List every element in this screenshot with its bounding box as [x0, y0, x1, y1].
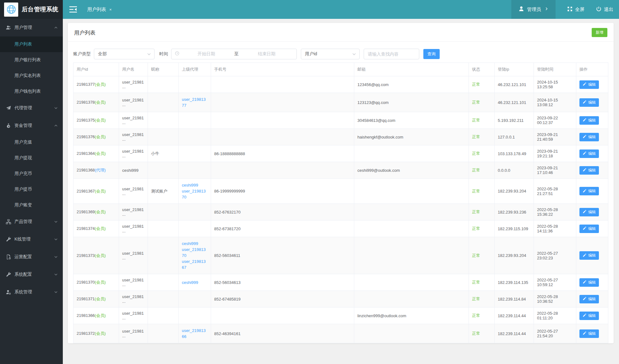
status-badge: 正常: [472, 189, 480, 193]
edit-button[interactable]: 编辑: [579, 208, 599, 216]
chevron-up-icon: [54, 26, 58, 30]
sidebar-item[interactable]: 运营配置: [0, 248, 63, 266]
user-type-tag: (会员): [95, 118, 106, 122]
cell-actions: 编辑: [576, 274, 608, 291]
cell-nickname: [148, 324, 179, 343]
date-range-input[interactable]: 开始日期 至 结束日期: [171, 49, 297, 59]
sidebar-subitem[interactable]: 用户提现: [0, 150, 63, 166]
add-button[interactable]: 新增: [592, 28, 607, 37]
edit-button-label: 编辑: [588, 209, 596, 215]
fullscreen-button[interactable]: 全屏: [567, 6, 584, 13]
edit-button[interactable]: 编辑: [579, 329, 599, 338]
collapse-menu-icon[interactable]: [69, 6, 77, 13]
cell-email: [354, 237, 469, 274]
cell-login-ip: 0.0.0.0: [495, 162, 534, 179]
edit-button[interactable]: 编辑: [579, 116, 599, 125]
table-row: 21981374(会员)user_21981...852-67381720正常1…: [73, 220, 608, 237]
sidebar-item[interactable]: 系统配置: [0, 266, 63, 283]
start-date-placeholder[interactable]: 开始日期: [180, 51, 233, 57]
status-badge: 正常: [472, 209, 480, 214]
cell-nickname: [148, 93, 179, 112]
cell-nickname: 测试账户: [148, 179, 179, 204]
cell-username: user_21981...: [119, 291, 148, 307]
column-header: 手机号: [211, 63, 354, 76]
edit-button[interactable]: 编辑: [579, 98, 599, 107]
edit-button[interactable]: 编辑: [579, 133, 599, 141]
cell-phone: [211, 129, 354, 145]
edit-button[interactable]: 编辑: [579, 225, 599, 233]
user-list-card: 用户列表 新增 账户类型 全部 时间: [68, 23, 614, 343]
edit-button[interactable]: 编辑: [579, 251, 599, 260]
sidebar-subitem-label: 用户充值: [14, 139, 32, 145]
end-date-placeholder[interactable]: 结束日期: [240, 51, 293, 57]
cell-nickname: [148, 274, 179, 291]
edit-button[interactable]: 编辑: [579, 166, 599, 175]
edit-button[interactable]: 编辑: [579, 295, 599, 303]
search-input[interactable]: [364, 49, 419, 59]
edit-button[interactable]: 编辑: [579, 312, 599, 320]
chevron-down-icon: [54, 290, 58, 294]
sidebar-item[interactable]: 资金管理: [0, 117, 63, 134]
edit-button[interactable]: 编辑: [579, 187, 599, 195]
status-badge: 正常: [472, 100, 480, 105]
pencil-icon: [583, 331, 588, 336]
sidebar-subitem[interactable]: 用户钱包列表: [0, 84, 63, 99]
table-row: 21981377(会员)user_21981...123456@qq.com正常…: [73, 76, 608, 93]
cell-user-id: 21981367(会员): [73, 179, 119, 204]
edit-button-label: 编辑: [588, 313, 596, 318]
agent-link[interactable]: ceshi999: [182, 182, 208, 188]
sidebar-subitem[interactable]: 用户账变: [0, 197, 63, 213]
sidebar-subitem[interactable]: 用户银行列表: [0, 52, 63, 68]
chevron-down-icon: [54, 273, 58, 276]
agent-link[interactable]: user_21981367: [182, 258, 208, 270]
sidebar-subitem-label: 用户列表: [14, 41, 32, 47]
sidebar-subitem[interactable]: 用户列表: [0, 36, 63, 52]
cell-status: 正常: [469, 129, 495, 145]
user-type-tag: (会员): [95, 280, 106, 285]
cell-login-ip: 182.239.93.236: [495, 204, 534, 220]
cell-login-time: 2022-05-28 15:36:22: [534, 204, 576, 220]
agent-link[interactable]: user_21981370: [182, 188, 208, 200]
sidebar-item[interactable]: K线管理: [0, 231, 63, 248]
page-title: 用户列表: [74, 30, 95, 36]
search-field-select[interactable]: 用户id: [301, 49, 360, 59]
chevron-down-icon: [54, 255, 58, 259]
status-badge: 正常: [472, 253, 480, 258]
sidebar-item[interactable]: 用户管理: [0, 19, 63, 36]
tab-user-list[interactable]: 用户列表 ×: [87, 7, 112, 13]
sidebar-subitem[interactable]: 用户实名列表: [0, 68, 63, 84]
cell-login-time: 2023-09-21 17:10:46: [534, 162, 576, 179]
sidebar-item[interactable]: 产品管理: [0, 213, 63, 231]
edit-button[interactable]: 编辑: [579, 80, 599, 89]
edit-button[interactable]: 编辑: [579, 278, 599, 287]
agent-link[interactable]: ceshi999: [182, 241, 208, 247]
sidebar-item[interactable]: 代理管理: [0, 99, 63, 117]
cell-phone: [211, 162, 354, 179]
edit-button[interactable]: 编辑: [579, 149, 599, 158]
user-type-tag: (会员): [95, 82, 106, 87]
tab-close-icon[interactable]: ×: [109, 7, 112, 12]
cell-nickname: [148, 220, 179, 237]
sidebar-item[interactable]: 系统管理: [0, 283, 63, 301]
logout-button[interactable]: 退出: [596, 6, 613, 13]
sidebar-subitem[interactable]: 用户充币: [0, 166, 63, 182]
cell-actions: 编辑: [576, 237, 608, 274]
agent-link[interactable]: ceshi999: [182, 280, 208, 285]
agent-link[interactable]: user_21981370: [182, 247, 208, 258]
account-type-select[interactable]: 全部: [94, 49, 155, 59]
cell-parent-agents: [179, 162, 211, 179]
pencil-icon: [583, 253, 588, 258]
admin-menu[interactable]: 管理员: [511, 0, 556, 19]
cell-phone: [211, 307, 354, 324]
sidebar-subitem[interactable]: 用户提币: [0, 182, 63, 197]
sidebar-subitem[interactable]: 用户充值: [0, 134, 63, 150]
cell-email: linzichen999@outlook.com: [354, 307, 469, 324]
column-header: 状态: [469, 63, 495, 76]
query-button[interactable]: 查询: [423, 49, 440, 59]
agent-link[interactable]: user_21981366: [182, 328, 208, 340]
paper-plane-icon: [6, 105, 11, 111]
sidebar-subitem-label: 用户充币: [14, 171, 32, 177]
pencil-icon: [583, 168, 588, 173]
agent-link[interactable]: user_21981377: [182, 96, 208, 108]
account-type-value: 全部: [98, 51, 107, 57]
